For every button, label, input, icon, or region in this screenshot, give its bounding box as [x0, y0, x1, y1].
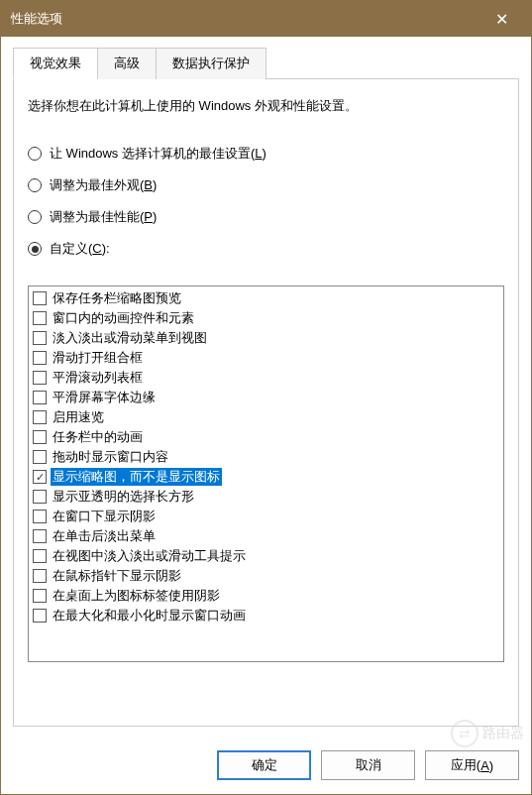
checkbox-icon[interactable]	[33, 371, 47, 385]
check-row[interactable]: 保存任务栏缩略图预览	[33, 288, 499, 308]
checkbox-icon[interactable]	[33, 490, 47, 504]
check-row[interactable]: 淡入淡出或滑动菜单到视图	[33, 328, 499, 348]
radio-label: 调整为最佳外观(B)	[50, 176, 157, 194]
check-row[interactable]: 显示亚透明的选择长方形	[33, 487, 499, 507]
checkbox-icon[interactable]	[33, 311, 47, 325]
check-row[interactable]: 任务栏中的动画	[33, 427, 499, 447]
check-label: 窗口内的动画控件和元素	[51, 309, 196, 327]
radio-let-windows-choose[interactable]: 让 Windows 选择计算机的最佳设置(L)	[28, 145, 504, 163]
radio-custom[interactable]: 自定义(C):	[28, 240, 504, 258]
performance-options-window: 性能选项 ✕ 视觉效果 高级 数据执行保护 选择你想在此计算机上使用的 Wind…	[0, 0, 532, 795]
check-label: 平滑滚动列表框	[51, 369, 145, 387]
apply-button[interactable]: 应用(A)	[425, 750, 519, 780]
check-row[interactable]: 平滑滚动列表框	[33, 368, 499, 388]
radio-label: 让 Windows 选择计算机的最佳设置(L)	[50, 145, 266, 163]
checkbox-icon[interactable]	[33, 510, 47, 523]
checkbox-icon[interactable]	[33, 569, 47, 583]
effects-checklist[interactable]: 保存任务栏缩略图预览窗口内的动画控件和元素淡入淡出或滑动菜单到视图滑动打开组合框…	[28, 285, 504, 662]
check-row[interactable]: 滑动打开组合框	[33, 348, 499, 368]
tab-advanced[interactable]: 高级	[97, 48, 157, 79]
check-label: 在窗口下显示阴影	[51, 508, 158, 525]
checkbox-icon[interactable]	[33, 589, 47, 603]
check-label: 在最大化和最小化时显示窗口动画	[51, 607, 248, 625]
check-label: 启用速览	[51, 408, 106, 426]
ok-button[interactable]: 确定	[217, 750, 311, 780]
checkbox-icon[interactable]	[33, 331, 47, 345]
titlebar: 性能选项 ✕	[1, 1, 531, 37]
checkbox-icon[interactable]	[33, 609, 47, 623]
checkbox-icon[interactable]	[33, 410, 47, 424]
check-row[interactable]: 在鼠标指针下显示阴影	[33, 566, 499, 586]
check-row[interactable]: 在窗口下显示阴影	[33, 507, 499, 526]
tab-visual-effects[interactable]: 视觉效果	[13, 48, 98, 79]
check-row[interactable]: 平滑屏幕字体边缘	[33, 388, 499, 407]
check-label: 在桌面上为图标标签使用阴影	[51, 587, 222, 605]
check-label: 拖动时显示窗口内容	[51, 448, 170, 466]
content-area: 视觉效果 高级 数据执行保护 选择你想在此计算机上使用的 Windows 外观和…	[1, 37, 531, 737]
check-row[interactable]: 显示缩略图，而不是显示图标	[33, 467, 499, 487]
check-label: 显示缩略图，而不是显示图标	[51, 468, 222, 486]
radio-label: 自定义(C):	[50, 240, 110, 258]
check-row[interactable]: 启用速览	[33, 407, 499, 427]
tab-panel-visual: 选择你想在此计算机上使用的 Windows 外观和性能设置。 让 Windows…	[13, 79, 519, 727]
check-row[interactable]: 在单击后淡出菜单	[33, 526, 499, 546]
radio-best-performance[interactable]: 调整为最佳性能(P)	[28, 208, 504, 226]
checkbox-icon[interactable]	[33, 430, 47, 444]
radio-icon	[28, 147, 42, 161]
check-label: 在视图中淡入淡出或滑动工具提示	[51, 547, 248, 565]
check-row[interactable]: 拖动时显示窗口内容	[33, 447, 499, 467]
checkbox-icon[interactable]	[33, 351, 47, 365]
check-label: 滑动打开组合框	[51, 349, 145, 367]
check-label: 显示亚透明的选择长方形	[51, 488, 196, 506]
check-label: 保存任务栏缩略图预览	[51, 289, 183, 307]
cancel-button[interactable]: 取消	[321, 750, 415, 780]
checkbox-icon[interactable]	[33, 470, 47, 484]
checkbox-icon[interactable]	[33, 291, 47, 305]
checkbox-icon[interactable]	[33, 529, 47, 543]
check-row[interactable]: 在最大化和最小化时显示窗口动画	[33, 606, 499, 625]
tab-dep[interactable]: 数据执行保护	[156, 48, 266, 79]
window-title: 性能选项	[11, 10, 481, 28]
description-text: 选择你想在此计算机上使用的 Windows 外观和性能设置。	[28, 97, 504, 115]
tab-strip: 视觉效果 高级 数据执行保护	[13, 47, 519, 79]
dialog-buttons: 确定 取消 应用(A)	[1, 737, 531, 794]
check-label: 平滑屏幕字体边缘	[51, 389, 158, 406]
close-icon: ✕	[495, 10, 508, 29]
radio-icon	[28, 210, 42, 224]
check-label: 任务栏中的动画	[51, 428, 145, 446]
radio-label: 调整为最佳性能(P)	[50, 208, 157, 226]
radio-icon	[28, 178, 42, 192]
radio-best-appearance[interactable]: 调整为最佳外观(B)	[28, 176, 504, 194]
radio-icon	[28, 242, 42, 256]
checkbox-icon[interactable]	[33, 391, 47, 404]
checkbox-icon[interactable]	[33, 549, 47, 563]
check-label: 在鼠标指针下显示阴影	[51, 567, 183, 585]
check-label: 在单击后淡出菜单	[51, 527, 158, 545]
check-label: 淡入淡出或滑动菜单到视图	[51, 329, 209, 347]
check-row[interactable]: 窗口内的动画控件和元素	[33, 308, 499, 328]
check-row[interactable]: 在视图中淡入淡出或滑动工具提示	[33, 546, 499, 566]
checkbox-icon[interactable]	[33, 450, 47, 464]
close-button[interactable]: ✕	[481, 1, 521, 37]
radio-group: 让 Windows 选择计算机的最佳设置(L) 调整为最佳外观(B) 调整为最佳…	[28, 145, 504, 272]
check-row[interactable]: 在桌面上为图标标签使用阴影	[33, 586, 499, 606]
